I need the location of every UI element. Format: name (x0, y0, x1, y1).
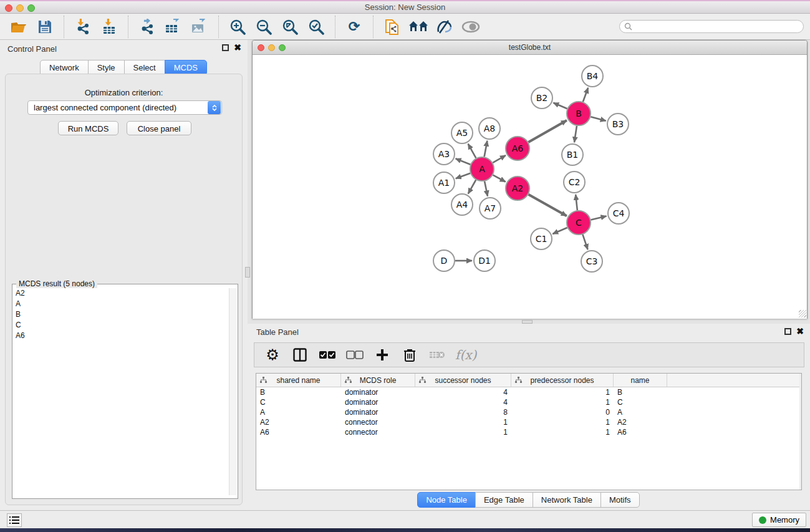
open-session-button[interactable] (7, 16, 30, 37)
table-cell[interactable]: dominator (341, 397, 415, 407)
table-cell[interactable]: B (614, 387, 667, 397)
export-image-button[interactable] (188, 16, 211, 37)
table-cell[interactable]: 4 (415, 387, 511, 397)
table-row[interactable]: Adominator80A (256, 407, 801, 417)
table-cell[interactable]: dominator (341, 407, 415, 417)
graph-edge[interactable] (582, 235, 587, 249)
table-cell[interactable]: 1 (415, 427, 511, 437)
table-cell[interactable]: 1 (511, 397, 614, 407)
memory-button[interactable]: Memory (752, 513, 806, 527)
graph-edge[interactable] (576, 195, 577, 210)
tab-node-table[interactable]: Node Table (417, 492, 476, 508)
graph-edge[interactable] (468, 180, 476, 193)
run-mcds-button[interactable]: Run MCDS (58, 121, 118, 135)
task-history-button[interactable] (7, 513, 22, 527)
search-field[interactable] (619, 20, 804, 33)
refresh-view-button[interactable]: ⟳ (343, 16, 365, 37)
network-minimize-button[interactable] (268, 44, 275, 51)
column-header-shared-name[interactable]: shared name (256, 374, 341, 387)
zoom-out-button[interactable] (253, 16, 275, 37)
delete-table-button[interactable] (428, 346, 446, 364)
table-cell[interactable]: A2 (256, 417, 341, 427)
zoom-in-button[interactable] (226, 16, 249, 37)
split-divider-handle[interactable] (245, 267, 250, 278)
deselect-all-button[interactable] (345, 346, 364, 364)
add-column-button[interactable] (373, 346, 392, 364)
close-window-button[interactable] (5, 4, 12, 12)
network-close-button[interactable] (258, 44, 264, 51)
table-cell[interactable]: B (256, 387, 341, 397)
table-row[interactable]: Bdominator41B (256, 387, 801, 397)
network-window-titlebar[interactable]: testGlobe.txt (253, 41, 807, 55)
table-cell[interactable]: A6 (256, 427, 341, 437)
table-cell[interactable]: 1 (511, 427, 614, 437)
graph-edge[interactable] (552, 228, 567, 234)
window-resize-grip[interactable] (799, 310, 806, 317)
graph-edge[interactable] (591, 117, 605, 121)
tab-network-table[interactable]: Network Table (533, 492, 601, 508)
table-scrollbar[interactable] (799, 374, 801, 490)
column-header-MCDS-role[interactable]: MCDS role (341, 374, 415, 387)
clone-network-button[interactable] (381, 16, 403, 37)
graph-edge[interactable] (456, 158, 471, 164)
table-row[interactable]: Cdominator41C (256, 397, 801, 407)
graph-edge[interactable] (493, 155, 506, 163)
table-cell[interactable]: 8 (415, 407, 511, 417)
import-network-button[interactable] (72, 16, 94, 37)
column-header-successor-nodes[interactable]: successor nodes (415, 374, 511, 387)
save-session-button[interactable] (34, 16, 56, 37)
graph-edge[interactable] (528, 120, 567, 142)
network-graph[interactable]: AA1A2A3A4A5A6A7A8BB1B2B3B4CC1C2C3C4DD1 (253, 56, 807, 319)
graph-edge[interactable] (591, 216, 606, 220)
column-header-name[interactable]: name (614, 374, 667, 387)
table-cell[interactable]: 1 (511, 387, 614, 397)
column-header-predecessor-nodes[interactable]: predecessor nodes (511, 374, 614, 387)
graph-edge[interactable] (468, 144, 476, 158)
zoom-fit-button[interactable] (279, 16, 301, 37)
table-cell[interactable]: A (614, 407, 667, 417)
split-columns-button[interactable] (291, 346, 309, 364)
float-panel-icon[interactable] (222, 44, 229, 51)
minimize-window-button[interactable] (16, 4, 24, 12)
close-panel-icon[interactable]: ✖ (796, 328, 804, 335)
table-cell[interactable]: A2 (614, 417, 667, 427)
select-all-button[interactable] (318, 346, 337, 364)
table-settings-button[interactable]: ⚙ (263, 346, 282, 364)
table-cell[interactable]: 4 (415, 397, 511, 407)
table-cell[interactable]: connector (341, 427, 415, 437)
apply-layout-button[interactable] (407, 16, 430, 37)
graph-edge[interactable] (456, 173, 470, 178)
graph-edge[interactable] (528, 195, 566, 216)
search-input[interactable] (632, 22, 794, 31)
table-cell[interactable]: dominator (341, 387, 415, 397)
table-cell[interactable]: C (256, 397, 341, 407)
table-cell[interactable]: A6 (614, 427, 667, 437)
mcds-result-item[interactable]: A (13, 299, 228, 309)
table-row[interactable]: A2connector11A2 (256, 417, 801, 427)
mcds-result-item[interactable]: A2 (13, 288, 228, 299)
zoom-selected-button[interactable] (305, 16, 327, 37)
table-cell[interactable]: 1 (511, 417, 614, 427)
graph-edge[interactable] (583, 88, 588, 102)
paint-style-button[interactable] (433, 16, 456, 37)
table-cell[interactable]: C (614, 397, 667, 407)
zoom-window-button[interactable] (27, 4, 35, 12)
node-table[interactable]: shared nameMCDS rolesuccessor nodesprede… (256, 373, 802, 490)
network-zoom-button[interactable] (279, 44, 286, 51)
export-network-button[interactable] (136, 16, 158, 37)
mcds-result-item[interactable]: B (13, 309, 228, 320)
table-cell[interactable]: connector (341, 417, 415, 427)
table-cell[interactable]: 1 (415, 417, 511, 427)
mcds-result-scrollbar[interactable] (229, 288, 237, 495)
mcds-result-item[interactable]: C (13, 320, 228, 331)
graph-edge[interactable] (485, 181, 488, 196)
function-builder-icon[interactable]: f(x) (455, 347, 476, 362)
close-panel-icon[interactable]: ✖ (234, 44, 241, 51)
criterion-dropdown[interactable]: largest connected component (directed) (27, 100, 222, 115)
table-cell[interactable]: 0 (511, 407, 614, 417)
show-hide-button[interactable] (460, 16, 482, 37)
graph-edge[interactable] (574, 126, 577, 142)
delete-column-button[interactable] (400, 346, 419, 364)
tab-motifs[interactable]: Motifs (600, 492, 640, 508)
import-table-button[interactable] (98, 16, 120, 37)
